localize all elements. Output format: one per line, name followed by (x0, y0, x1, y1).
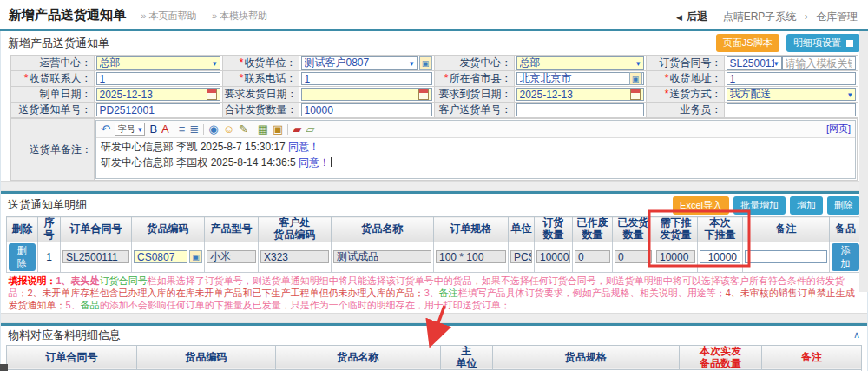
required-arrival-date-field[interactable]: 2025-12-13 (516, 88, 644, 101)
doc-date-label: 制单日期： (10, 87, 94, 103)
module-help-link[interactable]: » 本模块帮助 (212, 10, 267, 21)
screen-artifact (0, 364, 8, 371)
calendar-icon[interactable] (630, 89, 641, 100)
delivery-notice-no-label: 送货通知单号： (10, 103, 94, 118)
column-header: 订单合同号 (61, 217, 132, 242)
operation-center-select[interactable]: 总部▾ (96, 56, 220, 70)
batch-add-button[interactable]: 批量增加 (733, 196, 786, 215)
salesman-label: 业务员： (646, 103, 724, 118)
row-contract: SL2500111 (62, 250, 129, 263)
row-delete-button[interactable]: 删除 (9, 243, 36, 271)
row-unit: PCS (510, 250, 532, 263)
toolbar-separator (253, 124, 253, 135)
upload-image-icon[interactable]: ▣ (273, 123, 283, 135)
column-header: 备注 (743, 217, 830, 242)
emoticon-icon[interactable]: ☺ (223, 123, 234, 135)
row-push-qty: 10000 (656, 250, 695, 263)
note-segment: 栏填写产品具体订货要求，例如产品规格、相关说明、用途等； (458, 288, 726, 298)
scrollbar-gutter[interactable] (859, 31, 868, 292)
calendar-icon[interactable] (418, 89, 429, 100)
shipping-center-label: 发货中心： (434, 56, 514, 71)
undo-icon[interactable]: ↶ (101, 123, 110, 135)
template-keyword-input[interactable] (782, 56, 856, 70)
rich-text-editor[interactable]: ↶字号▾BA≡≣◉☺✎▦▣▰▱[网页] 研发中心信息部 李凯 2025-8-7 … (95, 120, 856, 179)
media-icon[interactable]: ▱ (306, 123, 314, 135)
column-header: 产品型号 (205, 217, 259, 242)
breadcrumb-warehouse[interactable]: 仓库管理 (816, 10, 858, 23)
add-spare-button[interactable]: 添加 (832, 243, 859, 271)
page-help-link[interactable]: » 本页面帮助 (141, 10, 196, 21)
chevron-down-icon: ▾ (138, 125, 142, 134)
editor-content[interactable]: 研发中心信息部 李凯 2025-8-7 15:30:17 同意！研发中心信息部 … (96, 138, 855, 171)
required-arrival-date-label: 要求到货日期： (434, 87, 514, 103)
calendar-icon[interactable] (207, 89, 217, 100)
top-header: 新增产品送货通知单 » 本页面帮助 » 本模块帮助 ◀ 后退 点晴ERP子系统 … (0, 0, 868, 29)
receiver-contact-label: *收货联系人： (10, 71, 94, 87)
column-header: 已作废 数量 (573, 217, 613, 242)
excel-import-button[interactable]: Excel导入 (673, 196, 729, 215)
link-icon[interactable]: ◉ (208, 123, 218, 135)
row-remark-input[interactable] (745, 250, 827, 263)
row-spec: 100 * 100 (436, 250, 506, 263)
edit-html-icon[interactable]: ✎ (239, 123, 248, 135)
delivery-notice-no-input[interactable] (96, 103, 220, 116)
required-ship-date-field[interactable] (301, 88, 432, 101)
insert-image-icon[interactable]: ▦ (258, 123, 268, 135)
add-row-button[interactable]: 增加 (790, 196, 823, 215)
column-header: 订货 数量 (535, 217, 573, 242)
row-void-qty: 0 (575, 250, 610, 263)
column-header: 货品名称 (332, 217, 434, 242)
receiving-address-input[interactable] (727, 72, 856, 85)
contact-phone-input[interactable] (301, 72, 432, 85)
order-contract-no-label: 订货合同号： (646, 56, 724, 71)
flash-icon[interactable]: ▰ (293, 123, 301, 135)
delete-row-button[interactable]: 删除 (827, 196, 860, 215)
delivery-method-select[interactable]: 我方配送▾ (727, 88, 856, 101)
picker-icon[interactable]: ▣ (629, 72, 642, 85)
note-segment: 2、未开单库存栏包含已办理入库的在库未开单产品和已下生产工程单但仍未办理入库的产… (28, 288, 424, 298)
row-seq: 1 (38, 242, 61, 272)
font-color-icon[interactable]: A (161, 123, 169, 135)
back-icon: ◀ (676, 13, 682, 22)
collapse-icon[interactable]: ∧ (853, 329, 860, 341)
column-header: 删除 (7, 217, 38, 242)
chevron-down-icon: ▾ (410, 59, 414, 68)
operation-center-label: 运营中心： (10, 56, 94, 71)
row-item-name: 测试成品 (333, 250, 431, 263)
note-segment: 订货合同号 (100, 275, 148, 286)
settings-toggle-icon (846, 40, 853, 47)
breadcrumb-system[interactable]: 点晴ERP子系统 (723, 10, 797, 23)
total-ship-qty-input[interactable] (301, 103, 432, 116)
order-contract-no-select[interactable]: SL2500111▾ (727, 56, 782, 70)
column-header: 已发货 数量 (613, 217, 654, 242)
customer-delivery-no-input[interactable] (516, 103, 644, 116)
detail-section-title: 送货通知单明细 (8, 197, 87, 213)
bold-icon[interactable]: B (149, 123, 157, 135)
detail-item-settings-button[interactable]: 明细项设置 (786, 34, 860, 52)
picker-icon[interactable]: ▣ (189, 250, 202, 263)
font-size-select[interactable]: 字号▾ (115, 123, 146, 136)
remark-row: 送货单备注： ↶字号▾BA≡≣◉☺✎▦▣▰▱[网页] 研发中心信息部 李凯 20… (10, 118, 858, 181)
column-header: 货品编码 (132, 217, 205, 242)
province-city-field[interactable]: 北京北京市▣ (516, 72, 644, 85)
table-row: 删除1SL2500111▣小米X323测试成品100 * 100PCS10000… (7, 242, 862, 272)
note-segment: 备品 (81, 300, 100, 310)
column-header: 订单规格 (434, 217, 509, 242)
shipping-center-select[interactable]: 总部▾ (516, 56, 644, 70)
receiver-contact-input[interactable] (96, 72, 220, 85)
item-code-input[interactable] (134, 250, 187, 263)
required-ship-date-label: 要求发货日期： (222, 87, 299, 103)
picker-icon[interactable]: ▣ (419, 56, 432, 70)
remark-label: 送货单备注： (11, 119, 95, 181)
align-icon[interactable]: ≡ (179, 123, 186, 135)
list-icon[interactable]: ≣ (189, 123, 199, 135)
receiving-address-label: *收货地址： (646, 71, 724, 87)
receiving-unit-select[interactable]: 测试客户0807▾ (301, 56, 418, 70)
back-link[interactable]: 后退 (687, 10, 707, 23)
page-js-script-button[interactable]: 页面JS脚本 (716, 34, 779, 52)
webpage-link[interactable]: [网页] (826, 123, 851, 136)
remark-line: 研发中心信息部 李凯 2025-8-7 15:30:17 同意！ (101, 139, 851, 155)
doc-date-field[interactable]: 2025-12-13 (96, 88, 220, 101)
this-push-qty-input[interactable] (700, 250, 740, 263)
salesman-input[interactable] (727, 103, 856, 116)
